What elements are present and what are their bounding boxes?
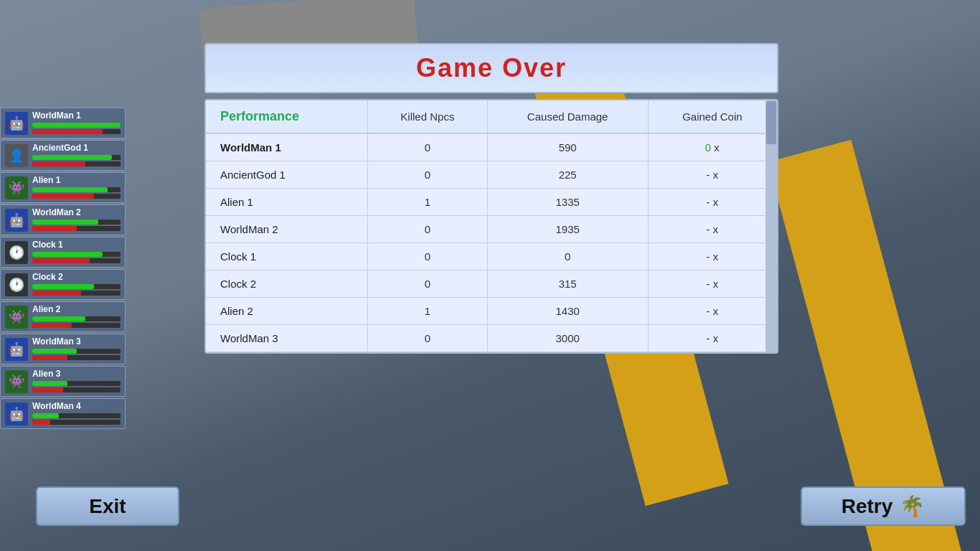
- cell-killed: 0: [368, 161, 487, 189]
- energy-bar-wrap: [32, 161, 121, 166]
- cell-player-name: WorldMan 2: [206, 216, 368, 243]
- cell-player-name: AncientGod 1: [206, 161, 368, 189]
- player-info: WorldMan 3: [32, 336, 121, 362]
- health-bar: [32, 316, 85, 321]
- table-row: AncientGod 10225- x: [206, 161, 777, 189]
- player-card: 👾Alien 3: [0, 366, 126, 397]
- scrollbar-thumb[interactable]: [766, 101, 776, 144]
- cell-player-name: WorldMan 1: [206, 133, 368, 161]
- player-card: 🤖WorldMan 2: [0, 204, 126, 235]
- player-info: Alien 2: [32, 304, 121, 329]
- player-avatar: 👾: [5, 306, 28, 329]
- cell-player-name: Alien 2: [206, 298, 368, 325]
- health-bar-wrap: [32, 220, 121, 225]
- player-card: 🤖WorldMan 1: [0, 108, 126, 138]
- cell-killed: 0: [368, 270, 487, 298]
- health-bar: [32, 284, 94, 289]
- player-name: WorldMan 1: [32, 110, 121, 121]
- player-card: 🕐Clock 1: [0, 237, 126, 268]
- player-list: 🤖WorldMan 1👤AncientGod 1👾Alien 1🤖WorldMa…: [0, 108, 126, 429]
- col-header-coin: Gained Coin: [648, 100, 776, 133]
- cell-damage: 0: [487, 243, 648, 270]
- health-bar-wrap: [32, 123, 121, 128]
- cell-damage: 1335: [487, 189, 648, 216]
- col-header-performance: Performance: [206, 100, 368, 133]
- player-card: 👾Alien 1: [0, 172, 126, 203]
- health-bar: [32, 252, 103, 257]
- player-info: WorldMan 2: [32, 207, 121, 232]
- player-avatar: 🤖: [5, 112, 28, 135]
- player-name: WorldMan 3: [32, 336, 121, 347]
- player-avatar: 👾: [5, 370, 28, 393]
- energy-bar: [32, 226, 77, 231]
- table-row: Clock 100- x: [206, 243, 777, 270]
- cell-killed: 1: [368, 298, 487, 325]
- scrollbar-track[interactable]: [765, 100, 777, 352]
- player-card: 👤AncientGod 1: [0, 140, 126, 171]
- col-header-damage: Caused Damage: [487, 100, 648, 133]
- cell-coin: - x: [648, 243, 776, 270]
- player-info: AncientGod 1: [32, 143, 121, 168]
- health-bar: [32, 381, 67, 386]
- cell-coin: - x: [648, 270, 776, 298]
- energy-bar: [32, 387, 63, 392]
- energy-bar-wrap: [32, 226, 121, 231]
- health-bar-wrap: [32, 413, 121, 418]
- cell-damage: 225: [487, 161, 648, 189]
- cell-coin: - x: [648, 298, 776, 325]
- cell-player-name: WorldMan 3: [206, 325, 368, 352]
- health-bar: [32, 155, 112, 160]
- cell-killed: 0: [368, 243, 487, 270]
- energy-bar: [32, 291, 81, 296]
- health-bar-wrap: [32, 381, 121, 386]
- health-bar-wrap: [32, 284, 121, 289]
- player-name: Clock 2: [32, 272, 121, 282]
- energy-bar: [32, 161, 85, 166]
- player-card: 🤖WorldMan 3: [0, 334, 126, 364]
- energy-bar-wrap: [32, 258, 121, 263]
- player-name: Alien 3: [32, 369, 121, 379]
- palm-icon: 🌴: [900, 494, 925, 518]
- player-avatar: 🕐: [5, 273, 28, 296]
- player-info: Clock 2: [32, 272, 121, 297]
- energy-bar: [32, 323, 72, 328]
- table-row: WorldMan 105900 x: [206, 133, 777, 161]
- cell-killed: 0: [368, 216, 487, 243]
- energy-bar-wrap: [32, 420, 121, 425]
- performance-table: Performance Killed Npcs Caused Damage Ga…: [206, 100, 777, 352]
- player-info: Clock 1: [32, 240, 121, 265]
- cell-damage: 590: [487, 133, 648, 161]
- table-row: WorldMan 201935- x: [206, 216, 777, 243]
- energy-bar-wrap: [32, 387, 121, 392]
- energy-bar: [32, 258, 90, 263]
- energy-bar: [32, 420, 50, 425]
- table-row: Clock 20315- x: [206, 270, 777, 298]
- energy-bar-wrap: [32, 355, 121, 360]
- health-bar: [32, 187, 108, 192]
- cell-damage: 315: [487, 270, 648, 298]
- exit-button[interactable]: Exit: [36, 486, 179, 526]
- player-avatar: 🕐: [5, 241, 28, 264]
- col-header-killed: Killed Npcs: [368, 100, 487, 133]
- energy-bar-wrap: [32, 129, 121, 134]
- cell-coin: - x: [648, 189, 776, 216]
- player-avatar: 🤖: [5, 402, 28, 425]
- energy-bar: [32, 355, 67, 360]
- player-card: 🕐Clock 2: [0, 269, 126, 300]
- cell-damage: 3000: [487, 325, 648, 352]
- player-info: WorldMan 4: [32, 401, 121, 426]
- player-name: AncientGod 1: [32, 143, 121, 153]
- health-bar-wrap: [32, 155, 121, 160]
- health-bar-wrap: [32, 187, 121, 192]
- table-row: WorldMan 303000- x: [206, 325, 777, 352]
- cell-damage: 1430: [487, 298, 648, 325]
- main-panel: Game Over Performance Killed Npcs Caused…: [204, 43, 778, 354]
- cell-coin: - x: [648, 216, 776, 243]
- cell-coin: - x: [648, 161, 776, 189]
- retry-button[interactable]: Retry 🌴: [801, 486, 966, 526]
- health-bar: [32, 413, 59, 418]
- cell-player-name: Alien 1: [206, 189, 368, 216]
- health-bar-wrap: [32, 316, 121, 321]
- health-bar-wrap: [32, 349, 121, 354]
- player-info: WorldMan 1: [32, 110, 121, 136]
